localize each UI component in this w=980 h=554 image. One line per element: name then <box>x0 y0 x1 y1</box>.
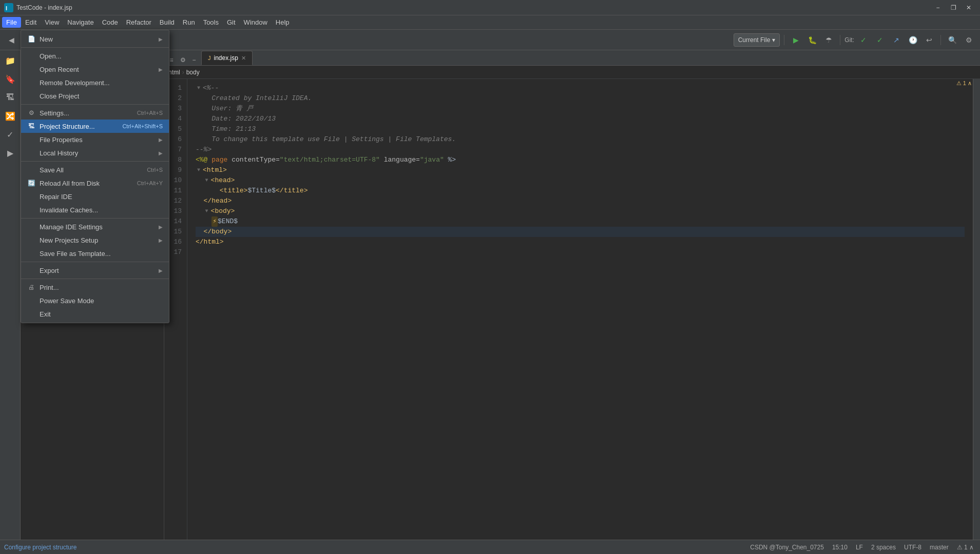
menu-edit[interactable]: Edit <box>21 17 41 28</box>
menu-entry-new-projects[interactable]: New Projects Setup ▶ <box>21 233 169 247</box>
code-content[interactable]: ▼ <%-- Created by IntelliJ IDEA. User: 青… <box>187 79 973 540</box>
git-branch-status[interactable]: CSDN @Tony_Chen_0725 <box>748 544 826 551</box>
warning-status[interactable]: ⚠ 1 ∧ <box>955 544 976 551</box>
breadcrumb-body[interactable]: body <box>186 69 200 76</box>
code-line-13: ▼ <body> <box>196 206 965 216</box>
tab-settings-button[interactable]: ⚙ <box>178 55 188 65</box>
menu-entry-save-all[interactable]: Save All Ctrl+S <box>21 163 169 176</box>
menu-code[interactable]: Code <box>98 17 122 28</box>
fold-10-icon[interactable]: ▼ <box>204 177 210 184</box>
invalidate-caches-label: Invalidate Caches... <box>40 206 98 214</box>
search-everywhere-button[interactable]: 🔍 <box>945 33 959 47</box>
menu-refactor[interactable]: Refactor <box>122 17 156 28</box>
run-button[interactable]: ▶ <box>789 33 803 47</box>
fold-1-icon[interactable]: ▼ <box>196 85 202 91</box>
menu-entry-repair-ide[interactable]: Repair IDE <box>21 190 169 203</box>
git-check-button[interactable]: ✓ <box>856 33 871 47</box>
line-col-status[interactable]: 15:10 <box>830 544 850 551</box>
sidebar-structure-icon[interactable]: 🏗 <box>2 89 18 106</box>
git-checkmark-button[interactable]: ✓ <box>873 33 887 47</box>
menu-entry-invalidate-caches[interactable]: Invalidate Caches... <box>21 203 169 216</box>
menu-entry-open-recent[interactable]: Open Recent ▶ <box>21 63 169 76</box>
code-line-9: ▼ <html> <box>196 165 965 175</box>
menu-entry-print[interactable]: 🖨 Print... <box>21 281 169 294</box>
code-line-14: ⚡ $END$ <box>196 216 965 227</box>
maximize-button[interactable]: ❐ <box>946 3 960 13</box>
coverage-button[interactable]: ☂ <box>821 33 836 47</box>
sidebar-git-icon[interactable]: 🔀 <box>2 108 18 124</box>
code-line-17 <box>196 247 965 258</box>
reload-shortcut: Ctrl+Alt+Y <box>137 180 163 186</box>
minimize-button[interactable]: − <box>931 3 945 13</box>
menu-entry-manage-ide[interactable]: Manage IDE Settings ▶ <box>21 220 169 233</box>
menu-help[interactable]: Help <box>272 17 294 28</box>
file-menu-dropdown: 📄 New ▶ Open... Open Recent ▶ Remote Dev… <box>21 30 169 323</box>
open-recent-label: Open Recent <box>40 66 79 73</box>
tab-close-button[interactable]: ✕ <box>241 55 246 62</box>
fold-9-icon[interactable]: ▼ <box>196 167 202 173</box>
git-revert-button[interactable]: ↩ <box>922 33 936 47</box>
title-bar-controls: − ❐ ✕ <box>931 3 976 13</box>
menu-entry-power-save[interactable]: Power Save Mode <box>21 294 169 307</box>
menu-entry-settings[interactable]: ⚙ Settings... Ctrl+Alt+S <box>21 106 169 120</box>
configure-project-link[interactable]: Configure project structure <box>4 544 76 551</box>
status-right: CSDN @Tony_Chen_0725 15:10 LF 2 spaces U… <box>748 544 976 551</box>
git-history-button[interactable]: 🕐 <box>906 33 920 47</box>
sidebar-bookmarks-icon[interactable]: 🔖 <box>2 71 18 87</box>
menu-entry-reload[interactable]: 🔄 Reload All from Disk Ctrl+Alt+Y <box>21 176 169 190</box>
menu-navigate[interactable]: Navigate <box>63 17 98 28</box>
menu-entry-local-history[interactable]: Local History ▶ <box>21 146 169 160</box>
code-line-15: </body> <box>196 227 965 237</box>
exit-label: Exit <box>40 310 51 318</box>
menu-entry-export[interactable]: Export ▶ <box>21 264 169 277</box>
menu-entry-open[interactable]: Open... <box>21 49 169 63</box>
menu-entry-close-project[interactable]: Close Project <box>21 89 169 103</box>
menu-tools[interactable]: Tools <box>199 17 223 28</box>
menu-entry-project-structure[interactable]: 🏗 Project Structure... Ctrl+Alt+Shift+S <box>21 120 169 133</box>
menu-entry-exit[interactable]: Exit <box>21 307 169 321</box>
separator-4 <box>21 218 169 219</box>
sidebar-icons: 📁 🔖 🏗 🔀 ✓ ▶ <box>0 50 21 540</box>
tab-index-jsp[interactable]: J index.jsp ✕ <box>201 51 253 65</box>
save-template-label: Save File as Template... <box>40 250 111 258</box>
current-file-selector[interactable]: Current File ▾ <box>734 33 780 47</box>
menu-entry-new[interactable]: 📄 New ▶ <box>21 32 169 46</box>
charset-status[interactable]: UTF-8 <box>902 544 924 551</box>
git-push-button[interactable]: ↗ <box>889 33 904 47</box>
sidebar-run-icon[interactable]: ▶ <box>2 145 18 161</box>
close-button[interactable]: ✕ <box>962 3 976 13</box>
lf-status[interactable]: LF <box>854 544 865 551</box>
spaces-status[interactable]: 2 spaces <box>869 544 898 551</box>
editor-area: ≡ ⚙ − J index.jsp ✕ html › body 1 2 3 4 … <box>164 50 980 540</box>
open-recent-submenu-icon: ▶ <box>159 67 163 72</box>
menu-entry-save-template[interactable]: Save File as Template... <box>21 247 169 260</box>
separator-1 <box>21 47 169 48</box>
breadcrumb-html[interactable]: html <box>168 69 180 76</box>
local-history-submenu-icon: ▶ <box>159 150 163 156</box>
git-branch-name[interactable]: master <box>928 544 951 551</box>
menu-entry-file-properties[interactable]: File Properties ▶ <box>21 133 169 146</box>
menu-entry-remote[interactable]: Remote Development... <box>21 76 169 89</box>
menu-build[interactable]: Build <box>156 17 179 28</box>
code-line-4: Date: 2022/10/13 <box>196 114 965 124</box>
settings-button[interactable]: ⚙ <box>962 33 976 47</box>
menu-git[interactable]: Git <box>223 17 240 28</box>
tab-minimize-button[interactable]: − <box>189 55 199 65</box>
sidebar-project-icon[interactable]: 📁 <box>2 52 18 69</box>
debug-button[interactable]: 🐛 <box>805 33 819 47</box>
title-bar-title: TestCode - index.jsp <box>16 4 72 11</box>
menu-view[interactable]: View <box>41 17 63 28</box>
menu-window[interactable]: Window <box>240 17 272 28</box>
editor-tabs: ≡ ⚙ − J index.jsp ✕ <box>164 50 980 66</box>
editor-scrollbar[interactable] <box>973 79 980 540</box>
new-submenu-arrow-icon: ▶ <box>159 36 163 42</box>
fold-13-icon[interactable]: ▼ <box>204 208 210 214</box>
menu-file[interactable]: File <box>2 17 21 28</box>
menu-run[interactable]: Run <box>179 17 199 28</box>
toolbar-sep-5 <box>940 35 941 45</box>
manage-ide-submenu-icon: ▶ <box>159 224 163 230</box>
tab-file-icon: J <box>208 55 211 61</box>
toolbar-back-button[interactable]: ◀ <box>4 33 18 47</box>
toolbar-sep-3 <box>784 35 784 45</box>
sidebar-commit-icon[interactable]: ✓ <box>2 126 18 143</box>
